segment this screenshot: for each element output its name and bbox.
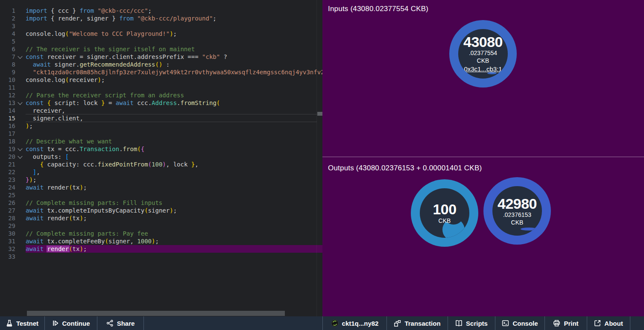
line-number: 4 (0, 30, 15, 38)
button-label: Console (512, 320, 538, 327)
code-line[interactable]: 32await render(tx); (0, 245, 322, 253)
outputs-title: Outputs (43080.02376153 + 0.00001401 CKB… (328, 164, 482, 172)
outputs-section: Outputs (43080.02376153 + 0.00001401 CKB… (322, 158, 644, 316)
code-line[interactable]: 15 signer.client, (0, 114, 322, 122)
code-line[interactable]: 7const receiver = signer.client.addressP… (0, 53, 322, 61)
fold-gutter (15, 45, 26, 53)
code-text: }); (26, 176, 322, 184)
output-cell-1[interactable]: 42980 .02376153 CKB (483, 177, 551, 245)
fold-chevron-icon[interactable] (15, 53, 26, 61)
code-text: // Complete missing parts: Fill inputs (26, 199, 322, 207)
line-number: 8 (0, 61, 15, 68)
output-0-unit: CKB (439, 217, 451, 225)
continue-button[interactable]: Continue (45, 316, 97, 330)
code-line[interactable]: 23}); (0, 176, 322, 184)
code-text: ], (26, 168, 322, 176)
line-number: 33 (0, 253, 15, 260)
transaction-icon (394, 320, 401, 327)
line-number: 22 (0, 168, 15, 176)
code-line[interactable]: 6// The receiver is the signer itself on… (0, 45, 322, 53)
fold-gutter (15, 245, 26, 253)
fold-gutter (15, 168, 26, 176)
code-line[interactable]: 10console.log(receiver); (0, 76, 322, 84)
fold-gutter (15, 107, 26, 114)
code-lines: 1import { ccc } from "@ckb-ccc/ccc";2imp… (0, 7, 322, 260)
code-text: await signer.getRecommendedAddress() : (26, 61, 322, 68)
code-line[interactable]: 3 (0, 22, 322, 30)
code-line[interactable]: 8 await signer.getRecommendedAddress() : (0, 61, 322, 68)
console-icon (502, 320, 509, 327)
line-number: 5 (0, 38, 15, 45)
code-line[interactable]: 24await render(tx); (0, 184, 322, 191)
output-cell-0[interactable]: 100 CKB (411, 179, 478, 247)
button-label: Share (117, 320, 135, 327)
code-line[interactable]: 31await tx.completeFeeBy(signer, 1000); (0, 237, 322, 245)
line-number: 3 (0, 22, 15, 30)
code-line[interactable]: 17 (0, 130, 322, 137)
code-text (26, 130, 322, 137)
horizontal-scrollbar-thumb[interactable] (27, 311, 285, 316)
testnet-button[interactable]: Testnet (0, 316, 45, 330)
fold-gutter (15, 15, 26, 22)
line-number: 20 (0, 153, 15, 161)
code-line[interactable]: 25 (0, 191, 322, 199)
code-line[interactable]: 13const { script: lock } = await ccc.Add… (0, 99, 322, 107)
input-cell-body: 43080 .02377554 CKB 0x3c1...cb3:1 (458, 29, 508, 79)
code-line[interactable]: 27await tx.completeInputsByCapacity(sign… (0, 207, 322, 214)
code-line[interactable]: 21 { capacity: ccc.fixedPointFrom(100), … (0, 161, 322, 168)
code-text: await render(tx); (26, 214, 322, 222)
about-button[interactable]: About (587, 316, 630, 330)
code-editor[interactable]: 1import { ccc } from "@ckb-ccc/ccc";2imp… (0, 0, 322, 316)
code-line[interactable]: 20 outputs: [ (0, 153, 322, 161)
code-text: console.log(receiver); (26, 76, 322, 84)
inputs-title: Inputs (43080.02377554 CKB) (328, 5, 428, 13)
code-line[interactable]: 29 (0, 222, 322, 230)
code-text: // Complete missing parts: Pay fee (26, 230, 322, 237)
code-text: const { script: lock } = await ccc.Addre… (26, 99, 322, 107)
output-cell-1-body: 42980 .02376153 CKB (492, 186, 542, 236)
code-text: signer.client, (26, 114, 322, 122)
fold-chevron-icon[interactable] (15, 145, 26, 153)
code-text: const tx = ccc.Transaction.from({ (26, 145, 322, 153)
share-button[interactable]: Share (97, 316, 144, 330)
code-line[interactable]: 14 receiver, (0, 107, 322, 114)
line-number: 15 (0, 114, 15, 122)
code-text: receiver, (26, 107, 322, 114)
code-line[interactable]: 16); (0, 122, 322, 130)
line-number: 7 (0, 53, 15, 61)
output-0-amount: 100 (433, 202, 456, 217)
ckt1q-ny82-button[interactable]: ckt1q...ny82 (323, 316, 387, 330)
button-label: Scripts (466, 320, 488, 327)
input-amount: 43080 (463, 34, 503, 50)
input-cell[interactable]: 43080 .02377554 CKB 0x3c1...cb3:1 (449, 20, 517, 88)
code-line[interactable]: 5 (0, 38, 322, 45)
fold-gutter (15, 84, 26, 91)
code-line[interactable]: 12// Parse the receiver script from an a… (0, 91, 322, 99)
code-line[interactable]: 1import { ccc } from "@ckb-ccc/ccc"; (0, 7, 322, 15)
code-line[interactable]: 28await render(tx); (0, 214, 322, 222)
about-icon (594, 320, 601, 327)
scripts-button[interactable]: Scripts (448, 316, 495, 330)
code-line[interactable]: 11 (0, 84, 322, 91)
console-button[interactable]: Console (495, 316, 545, 330)
button-label: Transaction (404, 320, 440, 327)
fold-chevron-icon[interactable] (15, 99, 26, 107)
print-button[interactable]: Print (545, 316, 587, 330)
code-line[interactable]: 9 "ckt1qzda0cr08m85hc8jlnfp3zer7xulejywt… (0, 68, 322, 76)
transaction-button[interactable]: Transaction (387, 316, 448, 330)
fold-gutter (15, 61, 26, 68)
code-line[interactable]: 4console.log("Welcome to CCC Playground!… (0, 30, 322, 38)
code-text (26, 22, 322, 30)
code-line[interactable]: 33 (0, 253, 322, 260)
code-line[interactable]: 26// Complete missing parts: Fill inputs (0, 199, 322, 207)
fold-chevron-icon[interactable] (15, 153, 26, 161)
code-line[interactable]: 22 ], (0, 168, 322, 176)
input-outpoint-link[interactable]: 0x3c1...cb3:1 (464, 64, 502, 73)
output-1-decimals: .02376153 (503, 211, 531, 219)
line-number: 11 (0, 84, 15, 91)
code-line[interactable]: 2import { render, signer } from "@ckb-cc… (0, 15, 322, 22)
code-line[interactable]: 19const tx = ccc.Transaction.from({ (0, 145, 322, 153)
code-line[interactable]: 30// Complete missing parts: Pay fee (0, 230, 322, 237)
vertical-scrollbar-thumb[interactable] (317, 112, 322, 116)
code-line[interactable]: 18// Describe what we want (0, 137, 322, 145)
